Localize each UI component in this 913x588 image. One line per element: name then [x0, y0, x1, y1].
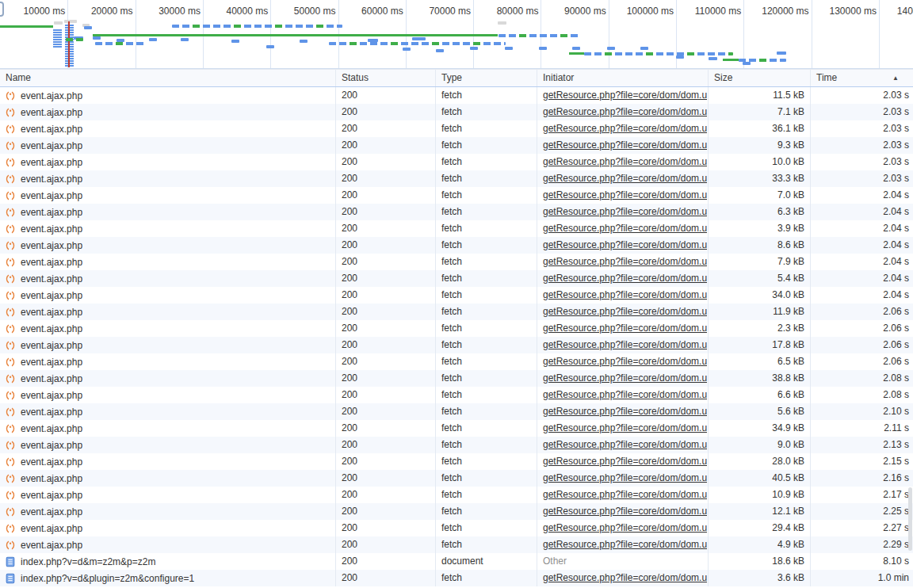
cell-type: fetch — [435, 353, 537, 370]
column-header-initiator[interactable]: Initiator — [537, 70, 708, 86]
initiator-link[interactable]: getResource.php?file=core/dom/dom.u — [543, 254, 707, 269]
document-icon — [5, 556, 16, 567]
cell-size: 34.9 kB — [708, 420, 810, 437]
initiator-link[interactable]: getResource.php?file=core/dom/dom.u — [543, 187, 707, 203]
cell-type: fetch — [435, 254, 537, 270]
initiator-link[interactable]: getResource.php?file=core/dom/dom.u — [543, 320, 707, 336]
initiator-link[interactable]: getResource.php?file=core/dom/dom.u — [543, 453, 707, 469]
table-row[interactable]: event.ajax.php200fetchgetResource.php?fi… — [0, 403, 913, 420]
initiator-link[interactable]: getResource.php?file=core/dom/dom.u — [543, 270, 707, 286]
cell-time: 2.10 s — [810, 403, 913, 420]
table-row[interactable]: event.ajax.php200fetchgetResource.php?fi… — [0, 87, 913, 104]
cell-type: fetch — [435, 370, 537, 387]
fetch-xhr-icon — [5, 207, 16, 218]
cell-status: 200 — [335, 87, 435, 104]
request-name: event.ajax.php — [21, 138, 82, 154]
cell-status: 200 — [335, 487, 435, 503]
request-name: event.ajax.php — [21, 354, 82, 370]
table-row[interactable]: event.ajax.php200fetchgetResource.php?fi… — [0, 370, 913, 387]
table-row[interactable]: event.ajax.php200fetchgetResource.php?fi… — [0, 187, 913, 204]
initiator-link[interactable]: getResource.php?file=core/dom/dom.u — [543, 437, 707, 452]
initiator-link[interactable]: getResource.php?file=core/dom/dom.u — [543, 154, 707, 170]
table-row[interactable]: event.ajax.php200fetchgetResource.php?fi… — [0, 437, 913, 453]
cell-size: 34.0 kB — [708, 287, 810, 304]
initiator-link[interactable]: getResource.php?file=core/dom/dom.u — [543, 387, 707, 403]
initiator-link[interactable]: getResource.php?file=core/dom/dom.u — [543, 170, 707, 186]
initiator-link[interactable]: getResource.php?file=core/dom/dom.u — [543, 120, 707, 136]
table-row[interactable]: event.ajax.php200fetchgetResource.php?fi… — [0, 237, 913, 254]
table-row[interactable]: event.ajax.php200fetchgetResource.php?fi… — [0, 137, 913, 154]
scrollbar-thumb[interactable] — [908, 487, 912, 551]
initiator-link[interactable]: getResource.php?file=core/dom/dom.u — [543, 137, 707, 153]
initiator-link[interactable]: getResource.php?file=core/dom/dom.u — [543, 204, 707, 220]
fetch-xhr-icon — [5, 140, 16, 151]
table-row[interactable]: event.ajax.php200fetchgetResource.php?fi… — [0, 204, 913, 220]
initiator-link[interactable]: getResource.php?file=core/dom/dom.u — [543, 503, 707, 519]
table-row[interactable]: event.ajax.php200fetchgetResource.php?fi… — [0, 337, 913, 353]
cell-size: 5.4 kB — [708, 270, 810, 287]
column-header-size[interactable]: Size — [708, 70, 810, 86]
initiator-link[interactable]: getResource.php?file=core/dom/dom.u — [543, 487, 707, 502]
cell-name: event.ajax.php — [0, 270, 335, 287]
table-row[interactable]: event.ajax.php200fetchgetResource.php?fi… — [0, 220, 913, 237]
fetch-xhr-icon — [5, 223, 16, 235]
cell-status: 200 — [335, 353, 435, 370]
table-row[interactable]: event.ajax.php200fetchgetResource.php?fi… — [0, 503, 913, 520]
initiator-link[interactable]: getResource.php?file=core/dom/dom.u — [543, 353, 707, 369]
initiator-link[interactable]: getResource.php?file=core/dom/dom.u — [543, 520, 707, 536]
request-name: event.ajax.php — [21, 521, 82, 536]
cell-initiator: Other — [537, 553, 708, 570]
table-row[interactable]: event.ajax.php200fetchgetResource.php?fi… — [0, 154, 913, 170]
cell-type: fetch — [435, 453, 537, 470]
table-row[interactable]: event.ajax.php200fetchgetResource.php?fi… — [0, 470, 913, 487]
fetch-xhr-icon — [5, 273, 16, 284]
initiator-link[interactable]: getResource.php?file=core/dom/dom.u — [543, 370, 707, 386]
table-row[interactable]: event.ajax.php200fetchgetResource.php?fi… — [0, 536, 913, 553]
table-row[interactable]: event.ajax.php200fetchgetResource.php?fi… — [0, 104, 913, 120]
column-header-time[interactable]: Time▲ — [810, 70, 913, 86]
initiator-link[interactable]: getResource.php?file=core/dom/dom.u — [543, 304, 707, 319]
cell-initiator: getResource.php?file=core/dom/dom.u — [537, 170, 708, 187]
table-row[interactable]: event.ajax.php200fetchgetResource.php?fi… — [0, 520, 913, 536]
cell-time: 2.08 s — [810, 387, 913, 403]
table-row[interactable]: event.ajax.php200fetchgetResource.php?fi… — [0, 420, 913, 437]
table-row[interactable]: event.ajax.php200fetchgetResource.php?fi… — [0, 170, 913, 187]
table-row[interactable]: event.ajax.php200fetchgetResource.php?fi… — [0, 320, 913, 337]
initiator-link[interactable]: getResource.php?file=core/dom/dom.u — [543, 536, 707, 552]
cell-name: event.ajax.php — [0, 353, 335, 370]
column-header-type[interactable]: Type — [435, 70, 537, 86]
initiator-link[interactable]: getResource.php?file=core/dom/dom.u — [543, 220, 707, 236]
table-row[interactable]: event.ajax.php200fetchgetResource.php?fi… — [0, 304, 913, 320]
table-row[interactable]: index.php?v=d&m=z2m&p=z2m200documentOthe… — [0, 553, 913, 570]
table-row[interactable]: index.php?v=d&plugin=z2m&configure=1200f… — [0, 570, 913, 586]
initiator-link[interactable]: getResource.php?file=core/dom/dom.u — [543, 570, 707, 586]
network-overview-timeline[interactable]: 10000 ms20000 ms30000 ms40000 ms50000 ms… — [0, 0, 913, 69]
table-row[interactable]: event.ajax.php200fetchgetResource.php?fi… — [0, 270, 913, 287]
table-row[interactable]: event.ajax.php200fetchgetResource.php?fi… — [0, 353, 913, 370]
cell-size: 7.0 kB — [708, 187, 810, 204]
initiator-link[interactable]: getResource.php?file=core/dom/dom.u — [543, 420, 707, 436]
table-row[interactable]: event.ajax.php200fetchgetResource.php?fi… — [0, 487, 913, 503]
table-row[interactable]: event.ajax.php200fetchgetResource.php?fi… — [0, 120, 913, 137]
cell-type: fetch — [435, 470, 537, 487]
cell-initiator: getResource.php?file=core/dom/dom.u — [537, 487, 708, 503]
initiator-link[interactable]: getResource.php?file=core/dom/dom.u — [543, 470, 707, 486]
initiator-link[interactable]: getResource.php?file=core/dom/dom.u — [543, 87, 707, 103]
waterfall-bar — [584, 52, 733, 55]
cell-type: fetch — [435, 170, 537, 187]
initiator-link[interactable]: getResource.php?file=core/dom/dom.u — [543, 403, 707, 419]
column-header-status[interactable]: Status — [335, 70, 435, 86]
initiator-link[interactable]: getResource.php?file=core/dom/dom.u — [543, 287, 707, 303]
cell-size: 10.9 kB — [708, 487, 810, 503]
cell-time: 2.11 s — [810, 420, 913, 437]
table-row[interactable]: event.ajax.php200fetchgetResource.php?fi… — [0, 387, 913, 403]
initiator-link[interactable]: getResource.php?file=core/dom/dom.u — [543, 237, 707, 253]
column-header-name[interactable]: Name — [0, 70, 335, 86]
cell-time: 2.06 s — [810, 353, 913, 370]
table-row[interactable]: event.ajax.php200fetchgetResource.php?fi… — [0, 453, 913, 470]
cell-name: event.ajax.php — [0, 187, 335, 204]
table-row[interactable]: event.ajax.php200fetchgetResource.php?fi… — [0, 254, 913, 270]
initiator-link[interactable]: getResource.php?file=core/dom/dom.u — [543, 104, 707, 120]
initiator-link[interactable]: getResource.php?file=core/dom/dom.u — [543, 337, 707, 353]
table-row[interactable]: event.ajax.php200fetchgetResource.php?fi… — [0, 287, 913, 304]
